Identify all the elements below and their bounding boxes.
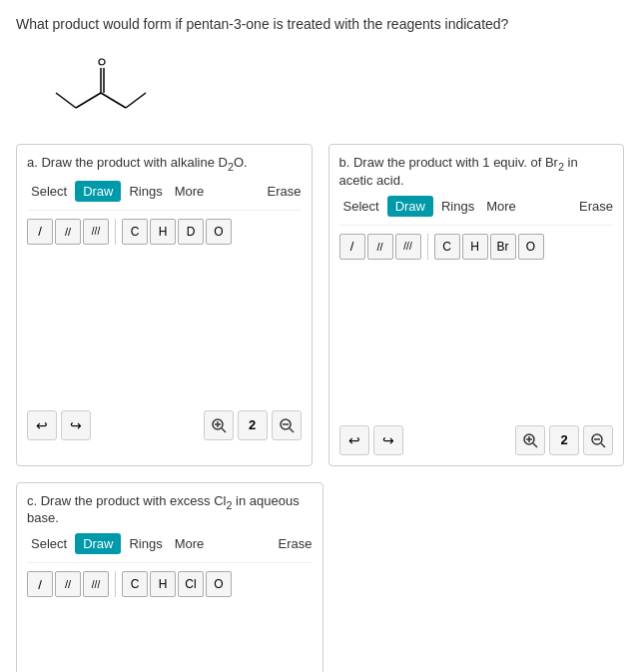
atom-h-btn-c[interactable]: H [150,571,176,597]
double-bond-btn-b[interactable]: // [367,234,393,260]
svg-line-15 [533,443,537,447]
more-button-a[interactable]: More [171,182,209,201]
zoom-in-btn-a[interactable] [204,410,234,440]
svg-line-6 [126,93,146,108]
panel-b-bond-tools: / // /// C H Br O [339,234,614,260]
undo-btn-a[interactable]: ↩ [27,410,57,440]
atom-br-btn-b[interactable]: Br [490,234,516,260]
rings-button-b[interactable]: Rings [437,197,478,216]
select-button-c[interactable]: Select [27,534,71,553]
atom-cl-btn-c[interactable]: Cl [178,571,204,597]
rings-button-a[interactable]: Rings [125,182,166,201]
single-bond-btn-c[interactable]: / [27,571,53,597]
panel-b-bottom-toolbar: ↩ ↪ 2 [339,425,614,455]
atom-h-btn-b[interactable]: H [462,234,488,260]
undo-redo-a: ↩ ↪ [27,410,91,440]
zoom-reset-btn-b[interactable]: 2 [549,425,579,455]
question-text: What product would form if pentan-3-one … [16,16,624,32]
panel-a: a. Draw the product with alkaline D2O. S… [16,144,313,466]
panel-c: c. Draw the product with excess Cl2 in a… [16,482,323,672]
draw-button-a[interactable]: Draw [75,181,121,202]
svg-line-1 [56,93,76,108]
select-button-a[interactable]: Select [27,182,71,201]
svg-line-8 [222,428,226,432]
triple-bond-btn-b[interactable]: /// [395,234,421,260]
svg-line-12 [290,428,294,432]
panel-a-bottom-toolbar: ↩ ↪ 2 [27,410,302,440]
double-bond-btn-c[interactable]: // [55,571,81,597]
zoom-reset-btn-a[interactable]: 2 [238,410,268,440]
panel-c-title: c. Draw the product with excess Cl2 in a… [27,493,313,526]
svg-line-0 [76,93,101,108]
draw-area-b[interactable] [339,260,614,419]
svg-line-5 [101,93,126,108]
atom-h-btn-a[interactable]: H [150,219,176,245]
undo-redo-b: ↩ ↪ [339,425,403,455]
erase-button-a[interactable]: Erase [268,184,302,199]
draw-area-a[interactable] [27,245,302,404]
empty-filler [339,482,625,672]
panel-b-title: b. Draw the product with 1 equiv. of Br2… [339,155,614,188]
erase-button-b[interactable]: Erase [579,199,613,214]
erase-button-c[interactable]: Erase [279,536,313,551]
more-button-c[interactable]: More [171,534,209,553]
zoom-out-btn-b[interactable] [583,425,613,455]
triple-bond-btn-a[interactable]: /// [83,219,109,245]
double-bond-btn-a[interactable]: // [55,219,81,245]
panel-a-toolbar: Select Draw Rings More Erase [27,181,302,211]
zoom-in-btn-b[interactable] [515,425,545,455]
panels-row-bottom: c. Draw the product with excess Cl2 in a… [16,482,624,672]
svg-point-4 [99,59,105,65]
draw-button-c[interactable]: Draw [75,533,121,554]
single-bond-btn-a[interactable]: / [27,219,53,245]
atom-c-btn-a[interactable]: C [122,219,148,245]
draw-button-b[interactable]: Draw [387,196,433,217]
separator-c [115,571,116,597]
redo-btn-b[interactable]: ↪ [373,425,403,455]
panel-a-title: a. Draw the product with alkaline D2O. [27,155,302,173]
separator-b [427,234,428,260]
svg-line-19 [601,443,605,447]
redo-btn-a[interactable]: ↪ [61,410,91,440]
undo-btn-b[interactable]: ↩ [339,425,369,455]
atom-o-btn-c[interactable]: O [206,571,232,597]
panel-c-bond-tools: / // /// C H Cl O [27,571,313,597]
select-button-b[interactable]: Select [339,197,383,216]
atom-d-btn-a[interactable]: D [178,219,204,245]
panel-b: b. Draw the product with 1 equiv. of Br2… [328,144,625,466]
molecule-structure [46,48,624,128]
zoom-out-btn-a[interactable] [272,410,302,440]
single-bond-btn-b[interactable]: / [339,234,365,260]
more-button-b[interactable]: More [482,197,520,216]
atom-c-btn-c[interactable]: C [122,571,148,597]
triple-bond-btn-c[interactable]: /// [83,571,109,597]
atom-o-btn-a[interactable]: O [206,219,232,245]
atom-o-btn-b[interactable]: O [518,234,544,260]
panel-c-toolbar: Select Draw Rings More Erase [27,533,313,563]
separator-a [115,219,116,245]
panel-a-bond-tools: / // /// C H D O [27,219,302,245]
rings-button-c[interactable]: Rings [125,534,166,553]
draw-area-c[interactable] [27,597,313,672]
atom-c-btn-b[interactable]: C [434,234,460,260]
panel-b-toolbar: Select Draw Rings More Erase [339,196,614,226]
panels-row-top: a. Draw the product with alkaline D2O. S… [16,144,624,466]
